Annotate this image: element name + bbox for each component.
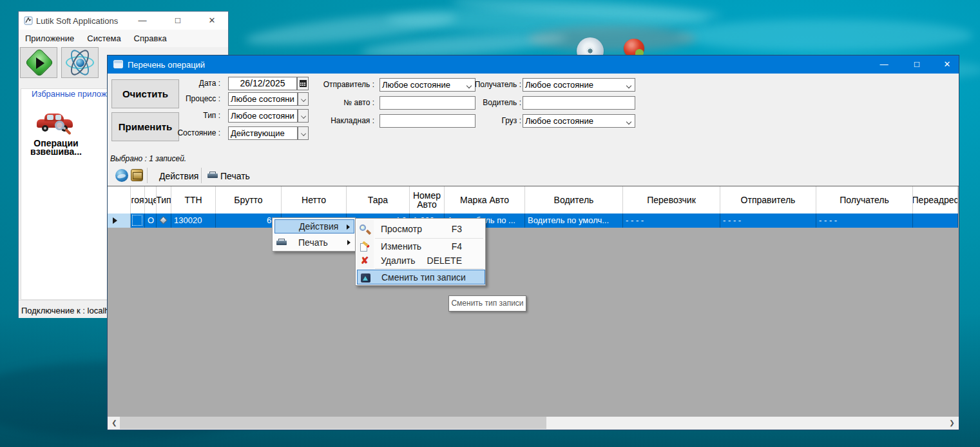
menu-item-2[interactable]: Справка [128, 30, 173, 47]
play-icon [36, 57, 44, 69]
grid-cell-state[interactable] [131, 214, 145, 228]
operations-toolbar: Действия Печать [108, 165, 959, 186]
operations-window-title: Перечень операций [128, 60, 205, 70]
scroll-right-arrow[interactable]: ❯ [946, 417, 957, 429]
grid-cell-perevozchik[interactable]: - - - - [623, 214, 720, 228]
submenu-item-label: Просмотр [381, 221, 422, 237]
actions-menu-button[interactable]: Действия [159, 171, 198, 181]
grid-header-otpravitel[interactable]: Отправитель [720, 186, 816, 214]
submenu-item-shortcut: DELETE [427, 253, 462, 268]
connection-status-text: Подключение к : localho [21, 306, 114, 315]
wallpaper-streak [677, 19, 973, 52]
chevron-down-icon [301, 131, 306, 136]
grid-cell-pereadres[interactable] [913, 214, 958, 228]
process-combo[interactable]: Любое состояни [228, 92, 298, 106]
submenu-item-0[interactable]: ПросмотрF3 [357, 221, 485, 237]
type-combo[interactable]: Любое состояни [228, 109, 298, 123]
state-label: Состояние : [162, 126, 220, 140]
chevron-down-icon [626, 119, 631, 124]
operations-grid[interactable]: гояоцеОТипТТН130020Брутто6.6Нетто2.6Тара… [108, 186, 959, 417]
chevron-down-icon [626, 83, 631, 88]
grid-header-ttn[interactable]: ТТН [171, 186, 216, 214]
grid-header-poluchatel[interactable]: Получатель [816, 186, 913, 214]
receiver-combo[interactable]: Любое состояние [523, 78, 635, 92]
grid-cell-poluchatel[interactable]: - - - - [816, 214, 913, 228]
atom-core-icon [76, 59, 84, 67]
record-type-diamond-icon [159, 216, 168, 224]
cargo-label: Груз : [457, 114, 521, 128]
driver-input[interactable] [523, 96, 635, 110]
grid-cell-otpravitel[interactable]: - - - - [720, 214, 816, 228]
grid-header-netto[interactable]: Нетто [282, 186, 347, 214]
printer-icon [276, 239, 287, 246]
submenu-item-1[interactable]: ИзменитьF4 [357, 240, 485, 253]
grid-header-nomer-avto[interactable]: Номер Авто [410, 186, 445, 214]
grid-header-tara[interactable]: Тара [347, 186, 410, 214]
selection-info: Выбрано : 1 записей. [110, 154, 186, 163]
date-field[interactable]: 26/12/2025 [228, 77, 297, 90]
cargo-combo[interactable]: Любое состояние [523, 114, 635, 128]
process-drop-button[interactable] [298, 92, 309, 106]
lutik-titlebar[interactable]: Lutik Soft Applications — ☐ ✕ [19, 12, 228, 30]
context-menu-item-print[interactable]: Печать [274, 235, 354, 250]
run-app-button[interactable] [20, 47, 57, 78]
grid-cell-ttn[interactable]: 130020 [171, 214, 216, 228]
submenu-item-shortcut: F4 [452, 240, 462, 253]
menu-item-0[interactable]: Приложение [19, 30, 81, 47]
grid-cell-voditel[interactable]: Водитель по умолч... [525, 214, 623, 228]
submenu-item-2[interactable]: ✘УдалитьDELETE [357, 253, 485, 268]
change-type-icon [361, 273, 370, 283]
grid-header-state[interactable]: гоя [131, 186, 145, 214]
lutik-app-icon [24, 16, 33, 25]
chevron-down-icon [301, 114, 306, 119]
operations-close-button[interactable]: ✕ [942, 59, 952, 70]
lutik-menubar: ПриложениеСистемаСправка [19, 30, 228, 47]
operations-titlebar[interactable]: Перечень операций — ☐ ✕ [108, 55, 959, 74]
state-drop-button[interactable] [298, 126, 309, 140]
type-label: Тип : [162, 109, 220, 123]
operations-window-icon [113, 60, 123, 68]
submenu-item-label: Сменить тип записи [381, 270, 466, 285]
grid-cell-rowheader[interactable] [108, 214, 131, 228]
cell-focus-rect [132, 215, 142, 226]
tooltip: Сменить тип записи [448, 295, 526, 312]
calendar-icon [300, 80, 307, 87]
atom-button[interactable] [61, 47, 99, 78]
grid-header-rowheader[interactable] [108, 186, 131, 214]
context-menu-item-actions[interactable]: Действия [274, 219, 354, 233]
waybill-label: Накладная : [310, 114, 374, 128]
grid-header-type[interactable]: Тип [157, 186, 171, 214]
scrollbar-thumb[interactable] [120, 417, 546, 429]
safe-icon[interactable] [131, 169, 143, 181]
edit-pencil-icon [360, 242, 370, 252]
lutik-close-button[interactable]: ✕ [207, 15, 217, 26]
menu-separator [375, 238, 483, 239]
grid-header-voditel[interactable]: Водитель [525, 186, 623, 214]
auto-number-label: № авто : [310, 96, 374, 110]
globe-icon[interactable] [115, 169, 128, 182]
submenu-item-3[interactable]: Сменить тип записи [357, 270, 485, 284]
grid-header-marka-avto[interactable]: Марка Авто [445, 186, 525, 214]
grid-header-brutto[interactable]: Брутто [216, 186, 282, 214]
magnifier-icon [360, 224, 370, 234]
print-menu-button[interactable]: Печать [220, 171, 250, 181]
submenu-arrow-icon [347, 224, 350, 230]
context-menu: Действия Печать [272, 217, 356, 252]
favorite-app-label: Операции взвешива... [24, 139, 88, 156]
grid-cell-process[interactable]: О [145, 214, 157, 228]
type-drop-button[interactable] [298, 109, 309, 123]
menu-item-1[interactable]: Система [81, 30, 127, 47]
grid-header-pereadres[interactable]: Переадрес [913, 186, 958, 214]
scroll-left-arrow[interactable]: ❮ [109, 417, 120, 429]
lutik-minimize-button[interactable]: — [137, 15, 148, 26]
grid-header-process[interactable]: оце [145, 186, 157, 214]
chevron-down-icon [301, 97, 306, 102]
grid-header-perevozchik[interactable]: Перевозчик [623, 186, 720, 214]
operations-maximize-button[interactable]: ☐ [912, 59, 922, 70]
operations-minimize-button[interactable]: — [879, 59, 889, 70]
horizontal-scrollbar[interactable]: ❮ ❯ [108, 417, 959, 429]
grid-cell-type[interactable] [157, 214, 171, 228]
calendar-button[interactable] [297, 77, 309, 90]
state-combo[interactable]: Действующие [228, 126, 298, 140]
lutik-maximize-button[interactable]: ☐ [173, 15, 183, 26]
